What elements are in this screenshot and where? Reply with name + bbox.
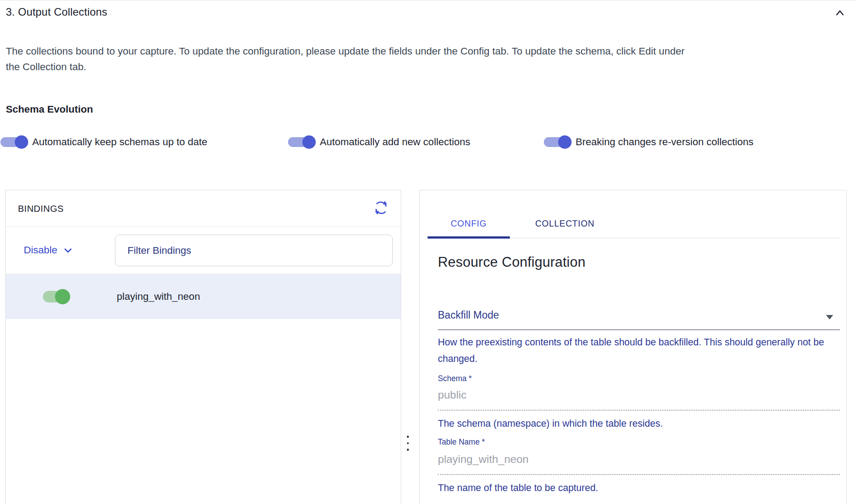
schema-field-underline <box>438 410 840 411</box>
backfill-mode-select[interactable]: Backfill Mode How the preexisting conten… <box>438 309 840 321</box>
drag-dot-icon <box>407 449 409 451</box>
binding-enabled-switch[interactable] <box>43 291 69 302</box>
drag-dot-icon <box>407 436 409 438</box>
collapse-section-button[interactable] <box>830 4 850 23</box>
section-title: 3. Output Collections <box>6 6 107 18</box>
table-name-field-input[interactable]: playing_with_neon <box>438 453 840 466</box>
chevron-up-icon <box>833 6 847 21</box>
backfill-mode-label: Backfill Mode <box>438 309 840 321</box>
switch-on-icon <box>544 137 571 147</box>
filter-bindings-input[interactable] <box>115 235 393 266</box>
panel-resize-handle[interactable] <box>404 431 412 456</box>
table-name-field-underline <box>438 474 840 475</box>
backfill-mode-description: How the preexisting contents of the tabl… <box>438 334 831 367</box>
section-top-divider <box>0 0 856 0</box>
binding-row-playing-with-neon[interactable]: playing_with_neon <box>6 274 401 319</box>
schema-field-label: Schema * <box>438 374 840 383</box>
config-tabs: CONFIG COLLECTION <box>428 208 840 239</box>
select-underline <box>438 329 840 330</box>
toggle-label: Breaking changes re-version collections <box>576 136 754 148</box>
toggle-keep-schemas-up-to-date[interactable]: Automatically keep schemas up to date <box>0 132 207 152</box>
toggle-label: Automatically keep schemas up to date <box>32 136 207 148</box>
schema-evolution-toggles: Automatically keep schemas up to date Au… <box>0 132 856 152</box>
disable-dropdown-button[interactable]: Disable <box>24 240 72 260</box>
table-name-field-description: The name of the table to be captured. <box>438 480 840 496</box>
schema-evolution-heading: Schema Evolution <box>6 104 93 115</box>
resource-configuration-heading: Resource Configuration <box>438 254 585 270</box>
drag-dot-icon <box>407 442 409 445</box>
refresh-bindings-button[interactable] <box>371 199 391 218</box>
toggle-breaking-changes-reversion[interactable]: Breaking changes re-version collections <box>544 132 754 152</box>
chevron-down-icon <box>64 244 72 256</box>
schema-field-input[interactable]: public <box>438 389 840 401</box>
disable-label: Disable <box>24 244 57 256</box>
toggle-label: Automatically add new collections <box>320 136 470 148</box>
binding-config-panel: CONFIG COLLECTION Resource Configuration… <box>419 190 847 504</box>
table-name-field-label: Table Name * <box>438 437 840 447</box>
dropdown-caret-icon <box>826 315 833 319</box>
tab-collection[interactable]: COLLECTION <box>510 208 620 239</box>
bindings-controls: Disable <box>6 227 401 274</box>
section-description: The collections bound to your capture. T… <box>6 43 690 75</box>
tab-config[interactable]: CONFIG <box>428 208 510 239</box>
toggle-add-new-collections[interactable]: Automatically add new collections <box>288 132 470 152</box>
schema-field-description: The schema (namespace) in which the tabl… <box>438 416 840 432</box>
switch-on-icon <box>288 137 315 147</box>
bindings-title: BINDINGS <box>18 203 64 214</box>
switch-on-icon <box>0 137 27 147</box>
binding-name: playing_with_neon <box>117 291 200 302</box>
bindings-header: BINDINGS <box>6 190 401 227</box>
refresh-icon <box>373 199 390 218</box>
bindings-panel: BINDINGS Disable <box>5 190 401 504</box>
